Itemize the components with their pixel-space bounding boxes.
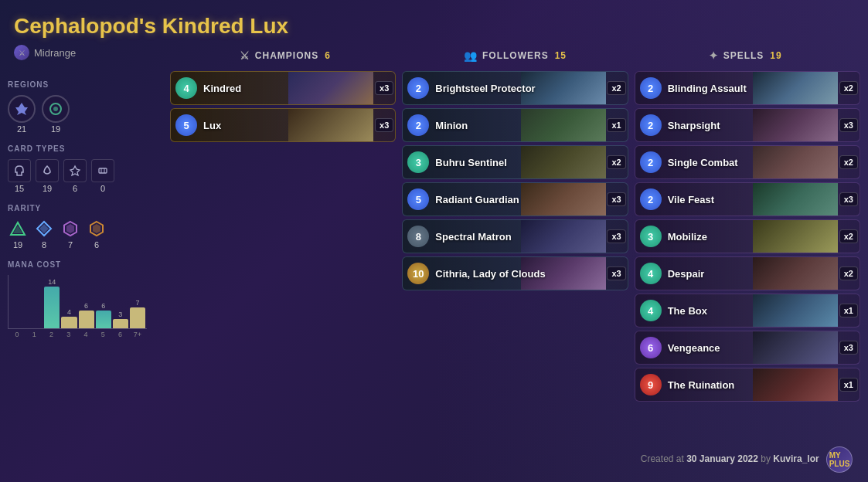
card-single-combat[interactable]: 2 Single Combat x2 (635, 145, 860, 179)
shadow-count: 19 (51, 124, 60, 134)
card-lux[interactable]: 5 Lux x3 (170, 108, 396, 142)
spells-header-label: SPELLS (723, 50, 764, 61)
type-unit: 15 (8, 159, 31, 193)
despair-name: Despair (662, 268, 859, 280)
buhru-count: x2 (607, 155, 625, 169)
spectral-count: x3 (607, 229, 625, 243)
blinding-cost: 2 (640, 77, 662, 99)
minion-count: x1 (607, 118, 625, 132)
regions-row: 21 19 (8, 95, 162, 134)
card-despair[interactable]: 4 Despair x2 (635, 256, 860, 290)
bar-3: 4 (61, 308, 77, 328)
vile-count: x3 (839, 192, 858, 206)
common-gem (8, 219, 28, 239)
epic-count: 7 (68, 240, 73, 249)
buhru-name: Buhru Sentinel (429, 157, 627, 168)
card-cithria[interactable]: 10 Cithria, Lady of Clouds x3 (402, 256, 628, 290)
card-brightsteel[interactable]: 2 Brightsteel Protector x2 (402, 71, 628, 105)
unit-count: 15 (15, 184, 24, 193)
left-panel: REGIONS 21 19 CARD TYPES (8, 70, 162, 338)
card-radiant[interactable]: 5 Radiant Guardian x3 (402, 182, 628, 216)
bar-label-5: 5 (95, 331, 111, 338)
ruination-cost: 9 (640, 374, 662, 395)
rarity-row: 19 8 7 (8, 219, 162, 249)
card-spectral[interactable]: 8 Spectral Matron x3 (402, 219, 628, 253)
type-equipment: 0 (91, 159, 114, 193)
rarity-common: 19 (8, 219, 28, 249)
common-count: 19 (13, 240, 22, 249)
columns-body: 4 Kindred x3 5 Lux x3 2 Brightsteel Prot… (170, 71, 860, 402)
spectral-name: Spectral Matron (429, 231, 627, 243)
svg-marker-12 (93, 224, 100, 233)
footer: Created at 30 January 2022 by Kuvira_lor… (641, 446, 853, 473)
card-kindred[interactable]: 4 Kindred x3 (170, 71, 396, 105)
bar-chart: 14 4 6 6 3 7 (8, 275, 147, 329)
ruination-name: The Ruination (662, 379, 859, 391)
svg-rect-2 (99, 168, 107, 173)
mobilize-count: x2 (839, 229, 858, 243)
spell-svg (41, 165, 53, 177)
spells-header: ✦ SPELLS 19 (630, 46, 860, 65)
regions-label: REGIONS (8, 80, 162, 89)
champions-header-icon: ⚔ (240, 49, 250, 62)
card-vile-feast[interactable]: 2 Vile Feast x3 (635, 182, 860, 216)
bar-labels: 0 1 2 3 4 5 6 7+ (8, 329, 147, 338)
svg-marker-10 (66, 224, 74, 233)
followers-count: 15 (555, 50, 567, 61)
bar-7: 7 (130, 299, 145, 328)
cithria-cost: 10 (407, 263, 429, 284)
box-cost: 4 (640, 300, 662, 321)
epic-gem (60, 219, 80, 239)
card-sharpsight[interactable]: 2 Sharpsight x3 (635, 108, 860, 142)
footer-prefix: Created at (641, 453, 684, 464)
app-logo: MYPLUS (826, 446, 853, 473)
demacia-count: 21 (17, 124, 26, 134)
radiant-count: x3 (607, 192, 625, 206)
rare-count: 8 (42, 240, 46, 249)
card-blinding[interactable]: 2 Blinding Assault x2 (635, 71, 860, 105)
spectral-cost: 8 (407, 226, 429, 247)
card-minion[interactable]: 2 Minion x1 (402, 108, 628, 142)
single-name: Single Combat (662, 157, 859, 168)
champions-header-label: CHAMPIONS (255, 50, 318, 61)
box-count: x1 (839, 304, 858, 317)
mana-cost-label: MANA COST (8, 260, 162, 269)
brightsteel-count: x2 (607, 81, 625, 95)
rare-diamond-icon (36, 220, 53, 237)
bar-2: 14 (44, 278, 60, 328)
footer-date: 30 January 2022 (686, 453, 758, 464)
champions-count: 6 (325, 50, 331, 61)
unit-svg (13, 165, 26, 177)
bar-label-1: 1 (26, 331, 42, 338)
spell-type-count: 19 (43, 184, 52, 193)
common-triangle-icon (9, 220, 26, 237)
bar-7-value: 7 (135, 299, 139, 307)
minion-cost: 2 (407, 114, 429, 136)
subtitle-text: Midrange (34, 47, 76, 59)
rarity-epic: 7 (60, 219, 80, 249)
card-mobilize[interactable]: 3 Mobilize x2 (635, 219, 860, 253)
demacia-symbol (8, 95, 36, 123)
card-ruination[interactable]: 9 The Ruination x1 (635, 368, 860, 402)
svg-point-1 (53, 107, 58, 111)
cithria-name: Cithria, Lady of Clouds (429, 268, 627, 280)
footer-author: Kuvira_lor (773, 453, 819, 464)
minion-name: Minion (429, 120, 627, 131)
champion-gem (87, 219, 107, 239)
card-the-box[interactable]: 4 The Box x1 (635, 294, 860, 328)
bar-label-3: 3 (61, 331, 77, 338)
epic-hex-icon (62, 220, 79, 237)
landmark-icon (63, 159, 87, 182)
despair-cost: 4 (640, 263, 662, 284)
bar-6: 3 (113, 311, 128, 328)
rarity-rare: 8 (34, 219, 54, 249)
cithria-count: x3 (607, 266, 625, 280)
card-vengeance[interactable]: 6 Vengeance x3 (635, 331, 860, 365)
region-shadow: 19 (42, 95, 70, 134)
footer-by: by (761, 453, 771, 464)
region-demacia: 21 (8, 95, 36, 134)
unit-icon (8, 159, 31, 182)
shadow-icon (48, 101, 63, 117)
card-buhru[interactable]: 3 Buhru Sentinel x2 (402, 145, 628, 179)
followers-header-icon: 👥 (464, 49, 478, 62)
